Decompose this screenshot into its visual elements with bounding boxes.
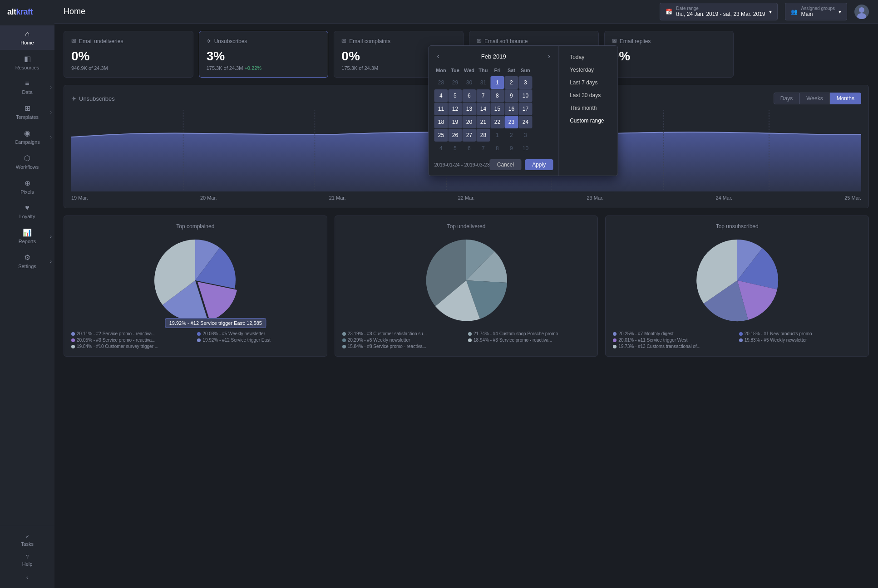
sidebar-item-home[interactable]: ⌂ Home	[0, 25, 54, 50]
calendar-day[interactable]: 7	[476, 89, 490, 102]
stat-card-label: Unsubscribes	[214, 38, 247, 44]
cal-prev-btn[interactable]: ‹	[434, 51, 442, 61]
legend-dot	[739, 332, 743, 336]
cal-next-btn[interactable]: ›	[545, 51, 553, 61]
stat-card-unsubscribes: ✈ Unsubscribes 3% 175.3K of 24.3M +0.22%	[199, 31, 329, 78]
legend-item: 19.92% - #12 Service trigger East	[197, 338, 319, 343]
pie-unsubscribed-title: Top unsubscribed	[613, 223, 861, 230]
calendar-day[interactable]: 24	[518, 116, 532, 128]
calendar-day[interactable]: 3	[518, 76, 532, 89]
calendar-day[interactable]: 10	[518, 142, 532, 155]
calendar-day[interactable]: 31	[476, 76, 490, 89]
sidebar-item-settings[interactable]: ⚙ Settings ›	[0, 249, 54, 274]
pie-undelivered-legend: 23.19% - #8 Customer satisfaction su... …	[342, 331, 591, 349]
calendar-day-header: Wed	[462, 65, 476, 76]
calendar-day[interactable]: 3	[518, 129, 532, 142]
calendar-day[interactable]: 2	[504, 129, 518, 142]
stat-card-header: ✉ Email complaints	[341, 38, 456, 44]
legend-label: 20.29% - #5 Weekly newsletter	[348, 338, 410, 343]
legend-label: 20.11% - #2 Service promo - reactiva...	[77, 331, 155, 336]
calendar-day[interactable]: 1	[490, 76, 504, 89]
ag-chevron-icon: ▾	[839, 9, 841, 15]
calendar-day[interactable]: 2	[504, 76, 518, 89]
legend-item: 23.19% - #8 Customer satisfaction su...	[342, 331, 464, 336]
quick-option-today[interactable]: Today	[566, 51, 610, 63]
sidebar-collapse-btn[interactable]: ‹	[4, 570, 51, 584]
svg-point-1	[857, 13, 866, 19]
chart-months-btn[interactable]: Months	[830, 93, 861, 104]
quick-option-last7days[interactable]: Last 7 days	[566, 77, 610, 88]
chevron-down-icon: ▾	[769, 9, 772, 15]
sidebar-item-campaigns[interactable]: ◉ Campaigns ›	[0, 124, 54, 149]
calendar-day[interactable]: 12	[448, 103, 462, 115]
stat-card-icon: ✉	[71, 38, 76, 44]
quick-option-last30days[interactable]: Last 30 days	[566, 89, 610, 101]
calendar-day[interactable]: 16	[504, 103, 518, 115]
sidebar-item-data[interactable]: ≡ Data ›	[0, 75, 54, 99]
calendar-day[interactable]: 11	[434, 103, 448, 115]
user-avatar[interactable]	[854, 5, 869, 19]
sidebar-item-pixels[interactable]: ⊕ Pixels	[0, 174, 54, 199]
pixels-icon: ⊕	[25, 179, 30, 187]
calendar-day[interactable]: 22	[490, 116, 504, 128]
calendar-day[interactable]: 25	[434, 129, 448, 142]
sidebar-pixels-label: Pixels	[20, 189, 34, 195]
calendar-day[interactable]: 23	[504, 116, 518, 128]
quick-option-customrange[interactable]: Custom range	[566, 115, 610, 127]
sidebar-item-tasks[interactable]: ✓ Tasks	[4, 530, 51, 550]
calendar-day[interactable]: 28	[434, 76, 448, 89]
sidebar-item-templates[interactable]: ⊞ Templates ›	[0, 99, 54, 124]
calendar-day[interactable]: 18	[434, 116, 448, 128]
chart-icon: ✈	[71, 95, 76, 102]
sidebar-item-workflows[interactable]: ⬡ Workflows	[0, 149, 54, 174]
calendar-day[interactable]: 6	[462, 142, 476, 155]
calendar-day[interactable]: 28	[476, 129, 490, 142]
sidebar-item-help[interactable]: ? Help	[4, 550, 51, 570]
stat-card-header: ✉ Email undeliveries	[71, 38, 186, 44]
cal-apply-btn[interactable]: Apply	[525, 159, 553, 170]
cal-cancel-btn[interactable]: Cancel	[490, 159, 521, 170]
legend-item: 20.25% - #7 Monthly digest	[613, 331, 735, 336]
calendar-footer: 2019-01-24 - 2019-03-23 Cancel Apply	[434, 159, 553, 170]
sidebar-item-reports[interactable]: 📊 Reports ›	[0, 224, 54, 249]
calendar-day[interactable]: 29	[448, 76, 462, 89]
calendar-day[interactable]: 19	[448, 116, 462, 128]
chart-days-btn[interactable]: Days	[774, 93, 799, 104]
calendar-day[interactable]: 6	[462, 89, 476, 102]
quick-option-thismonth[interactable]: This month	[566, 102, 610, 114]
calendar-day[interactable]: 20	[462, 116, 476, 128]
calendar-day[interactable]: 5	[448, 89, 462, 102]
quick-option-yesterday[interactable]: Yesterday	[566, 64, 610, 76]
calendar-day[interactable]: 10	[518, 89, 532, 102]
calendar-day[interactable]: 13	[462, 103, 476, 115]
calendar-day[interactable]: 9	[504, 89, 518, 102]
calendar-day[interactable]: 21	[476, 116, 490, 128]
resources-icon: ◧	[24, 54, 31, 63]
calendar-day[interactable]: 26	[448, 129, 462, 142]
calendar-day[interactable]: 4	[434, 89, 448, 102]
calendar-day[interactable]: 17	[518, 103, 532, 115]
pie-complained-container: 19.92% - #12 Service trigger East: 12,58…	[71, 235, 320, 326]
sidebar-item-loyalty[interactable]: ♥ Loyalty	[0, 199, 54, 224]
calendar-day[interactable]: 14	[476, 103, 490, 115]
chart-weeks-btn[interactable]: Weeks	[799, 93, 829, 104]
calendar-day[interactable]: 4	[434, 142, 448, 155]
date-range-button[interactable]: 📅 Date range thu, 24 Jan. 2019 - sat, 23…	[660, 3, 777, 20]
calendar-day[interactable]: 30	[462, 76, 476, 89]
calendar-day[interactable]: 7	[476, 142, 490, 155]
sidebar-tasks-label: Tasks	[21, 541, 34, 547]
calendar-day[interactable]: 8	[490, 89, 504, 102]
calendar-day[interactable]: 8	[490, 142, 504, 155]
pie-unsubscribed-legend: 20.25% - #7 Monthly digest 20.18% - #1 N…	[613, 331, 861, 349]
calendar-day[interactable]: 9	[504, 142, 518, 155]
sidebar-item-resources[interactable]: ◧ Resources	[0, 50, 54, 75]
calendar-day[interactable]: 27	[462, 129, 476, 142]
calendar-day[interactable]: 1	[490, 129, 504, 142]
legend-dot	[342, 338, 346, 342]
calendar-day[interactable]: 15	[490, 103, 504, 115]
calendar-day[interactable]: 5	[448, 142, 462, 155]
assigned-groups-button[interactable]: 👥 Assigned groups Main ▾	[785, 3, 848, 20]
x-label-0: 19 Mar.	[71, 195, 88, 201]
calendar-month-label: Feb 2019	[481, 53, 506, 60]
chart-x-labels: 19 Mar. 20 Mar. 21 Mar. 22 Mar. 23 Mar. …	[71, 191, 861, 201]
